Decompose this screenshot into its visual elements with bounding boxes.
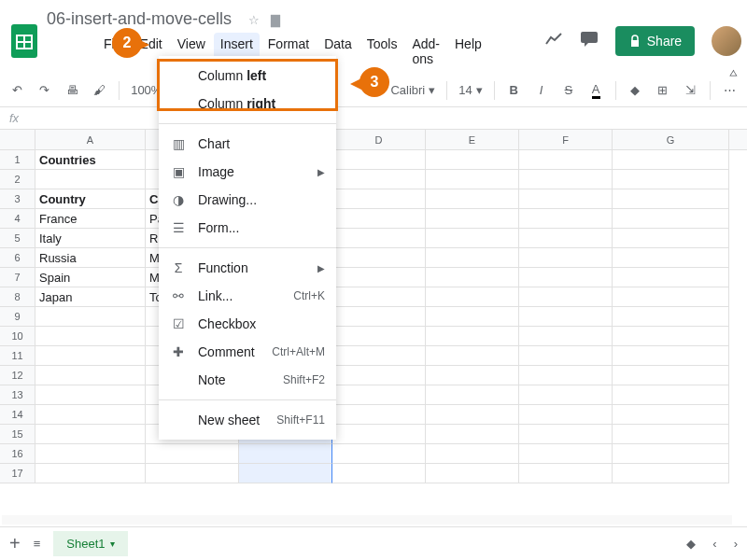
row-header[interactable]: 13 xyxy=(0,385,35,405)
col-header-E[interactable]: E xyxy=(426,130,519,149)
row-header[interactable]: 5 xyxy=(0,229,35,248)
italic-icon[interactable]: I xyxy=(533,82,549,99)
cell[interactable] xyxy=(426,170,519,189)
cell[interactable] xyxy=(519,287,613,307)
cell[interactable] xyxy=(613,405,729,425)
cell[interactable] xyxy=(146,464,239,483)
font-size[interactable]: 14 ▾ xyxy=(458,83,482,97)
menu-new-sheet[interactable]: New sheetShift+F11 xyxy=(159,406,336,434)
cell[interactable] xyxy=(426,464,519,483)
cell[interactable] xyxy=(426,287,519,307)
cell[interactable] xyxy=(519,189,613,209)
cell[interactable] xyxy=(35,444,146,464)
cell[interactable] xyxy=(613,366,729,385)
cell[interactable] xyxy=(35,405,146,425)
explore-icon[interactable]: ◆ xyxy=(686,537,696,551)
cell[interactable] xyxy=(35,170,146,189)
add-sheet-icon[interactable]: + xyxy=(9,533,21,554)
redo-icon[interactable]: ↷ xyxy=(36,82,52,99)
cell[interactable] xyxy=(35,385,146,405)
sheets-logo[interactable] xyxy=(11,22,37,60)
menu-drawing[interactable]: ◑Drawing... xyxy=(159,186,336,214)
avatar[interactable] xyxy=(712,26,741,56)
cell[interactable] xyxy=(332,444,426,464)
cell[interactable] xyxy=(519,248,613,268)
cell[interactable] xyxy=(332,248,426,268)
cell[interactable] xyxy=(613,229,729,248)
row-header[interactable]: 3 xyxy=(0,189,35,209)
horizontal-scrollbar[interactable] xyxy=(2,515,732,525)
cell[interactable]: Japan xyxy=(35,287,146,307)
cell[interactable] xyxy=(239,444,332,464)
share-button[interactable]: Share xyxy=(615,26,695,56)
menu-checkbox[interactable]: ☑Checkbox xyxy=(159,310,336,338)
cell[interactable] xyxy=(613,287,729,307)
cell[interactable] xyxy=(35,464,146,483)
more-icon[interactable]: ⋯ xyxy=(722,82,738,99)
cell[interactable] xyxy=(426,209,519,229)
cell[interactable] xyxy=(519,170,613,189)
cell[interactable] xyxy=(426,444,519,464)
cell[interactable] xyxy=(332,327,426,346)
menu-form[interactable]: ☰Form... xyxy=(159,214,336,242)
cell[interactable]: Country xyxy=(35,189,146,209)
cell[interactable] xyxy=(35,307,146,327)
cell[interactable] xyxy=(613,189,729,209)
menu-function[interactable]: ΣFunction▶ xyxy=(159,254,336,282)
cell[interactable] xyxy=(519,229,613,248)
row-header[interactable]: 9 xyxy=(0,307,35,327)
cell[interactable] xyxy=(35,327,146,346)
cell[interactable] xyxy=(332,229,426,248)
row-header[interactable]: 10 xyxy=(0,327,35,346)
menu-link[interactable]: ⚯Link...Ctrl+K xyxy=(159,282,336,310)
cell[interactable] xyxy=(613,248,729,268)
cell[interactable] xyxy=(519,385,613,405)
cell[interactable] xyxy=(426,425,519,444)
cell[interactable] xyxy=(332,405,426,425)
cell[interactable] xyxy=(519,268,613,287)
cell[interactable] xyxy=(426,268,519,287)
col-header-F[interactable]: F xyxy=(519,130,613,149)
cell[interactable] xyxy=(519,150,613,170)
fill-color-icon[interactable]: ◆ xyxy=(627,82,643,99)
collapse-toolbar-icon[interactable]: ㅿ xyxy=(727,65,740,82)
cell[interactable] xyxy=(426,307,519,327)
cell[interactable] xyxy=(332,464,426,483)
star-icon[interactable]: ☆ xyxy=(248,13,260,27)
row-header[interactable]: 7 xyxy=(0,268,35,287)
cell[interactable] xyxy=(613,327,729,346)
cell[interactable] xyxy=(239,464,332,483)
merge-icon[interactable]: ⇲ xyxy=(682,82,698,99)
menu-image[interactable]: ▣Image▶ xyxy=(159,158,336,186)
cell[interactable] xyxy=(426,229,519,248)
row-header[interactable]: 12 xyxy=(0,366,35,385)
row-header[interactable]: 8 xyxy=(0,287,35,307)
cell[interactable] xyxy=(332,170,426,189)
scroll-left-icon[interactable]: ‹ xyxy=(712,537,716,551)
paint-format-icon[interactable]: 🖌 xyxy=(92,82,107,99)
cell[interactable]: Spain xyxy=(35,268,146,287)
formula-bar[interactable]: fx xyxy=(0,107,747,130)
cell[interactable] xyxy=(426,189,519,209)
row-header[interactable]: 16 xyxy=(0,444,35,464)
cell[interactable] xyxy=(332,287,426,307)
col-header-D[interactable]: D xyxy=(332,130,426,149)
cell[interactable] xyxy=(426,150,519,170)
cell[interactable] xyxy=(146,444,239,464)
cell[interactable] xyxy=(613,425,729,444)
cell[interactable] xyxy=(35,425,146,444)
cell[interactable] xyxy=(613,444,729,464)
scroll-right-icon[interactable]: › xyxy=(734,537,738,551)
cell[interactable] xyxy=(519,346,613,366)
all-sheets-icon[interactable]: ≡ xyxy=(34,537,41,551)
cell[interactable] xyxy=(519,209,613,229)
cell[interactable] xyxy=(519,444,613,464)
cell[interactable]: Russia xyxy=(35,248,146,268)
cell[interactable] xyxy=(426,366,519,385)
cell[interactable] xyxy=(426,248,519,268)
folder-icon[interactable]: ▇ xyxy=(271,13,280,27)
cell[interactable] xyxy=(519,425,613,444)
cell[interactable] xyxy=(332,425,426,444)
cell[interactable] xyxy=(426,327,519,346)
cell[interactable] xyxy=(426,385,519,405)
